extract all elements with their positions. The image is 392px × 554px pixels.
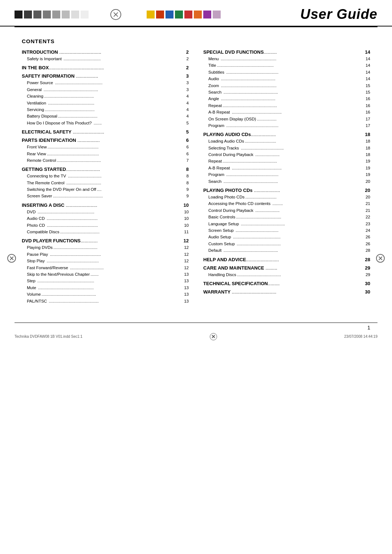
toc-entry-volume: Volume..................................… (22, 291, 189, 297)
main-content: CONTENTS INTRODUCTION ..................… (0, 31, 392, 312)
entry-page: 24 (359, 227, 370, 234)
toc-entry-remote: Remote Control..........................… (22, 157, 189, 164)
toc-entry-control-playback2: Control During Playback ................… (203, 207, 370, 214)
toc-entry-fastforward: Fast Forward/Reverse ...................… (22, 264, 189, 271)
entry-page: 12 (178, 244, 189, 251)
toc-entry-ab-repeat: A-B Repeat .............................… (203, 109, 370, 115)
entry-label: Accessing the Photo CD contents ........… (208, 200, 359, 207)
toc-entry-screensaver: Screen Saver............................… (22, 193, 189, 199)
toc-entry-step: Step ...................................… (22, 278, 189, 284)
toc-section-care: CARE AND MAINTENANCE ......... 29 (203, 265, 370, 271)
page-title: User Guide (300, 7, 377, 22)
section-title-introduction: INTRODUCTION ...........................… (22, 49, 101, 55)
entry-page: 3 (178, 86, 189, 93)
section-page-warranty: 30 (365, 289, 370, 295)
entry-page: 13 (178, 298, 189, 304)
entry-label: Audio ..................................… (208, 75, 359, 82)
title-underline (15, 26, 377, 27)
entry-label: Mute ...................................… (27, 284, 178, 291)
section-title-electrical: ELECTRICAL SAFETY ......................… (22, 129, 104, 135)
entry-page: 14 (359, 62, 370, 69)
toc-entry-loading-photo: Loading Photo CDs.......................… (203, 194, 370, 200)
toc-section-tech: TECHNICAL SPECIFICATION......... 30 (203, 281, 370, 286)
section-title-help: HELP AND ADVICE......................... (203, 257, 279, 262)
toc-section-warranty: WARRANTY ...............................… (203, 289, 370, 295)
color-block-5 (52, 11, 60, 19)
header-title-area: User Guide (221, 7, 377, 22)
section-page-help: 28 (365, 257, 370, 262)
toc-entry-cleaning: Cleaning................................… (22, 93, 189, 99)
entry-page: 14 (359, 69, 370, 75)
entry-label: Volume..................................… (27, 291, 178, 297)
toc-section-parts: PARTS IDENTIFICATION ................. 6 (22, 138, 189, 143)
toc-section-introduction: INTRODUCTION ...........................… (22, 49, 189, 55)
color-block-7 (71, 11, 79, 19)
toc-entry-screen-setup: Screen Setup ...........................… (203, 227, 370, 234)
entry-page: 5 (178, 120, 189, 126)
entry-label: Menu ...................................… (208, 56, 359, 62)
section-page-inthebox: 2 (186, 65, 189, 70)
toc-entry-selecting-tracks: Selecting Tracks .......................… (203, 145, 370, 151)
toc-entry-dispose: How Do I Dispose of This Product? ......… (22, 120, 189, 126)
entry-label: Loading Photo CDs.......................… (208, 194, 359, 200)
entry-label: A-B Repeat .............................… (208, 165, 359, 171)
toc-entry-ab-repeat2: A-B Repeat .............................… (203, 165, 370, 171)
toc-entry-ventilation: Ventilation ............................… (22, 100, 189, 106)
contents-heading: CONTENTS (22, 38, 370, 44)
toc-entry-control-playback: Control During Playback ................… (203, 151, 370, 158)
entry-page: 3 (178, 79, 189, 86)
color-block-r6 (194, 11, 202, 19)
section-title-parts: PARTS IDENTIFICATION ................. (22, 138, 100, 143)
entry-page: 16 (359, 95, 370, 102)
entry-label: A-B Repeat .............................… (208, 109, 359, 115)
entry-label: How Do I Dispose of This Product? ......… (27, 120, 178, 126)
toc-section-inserting: INSERTING A DISC .......................… (22, 202, 189, 208)
footer: Technika DVDFAW08 1B V01.indd Sec1:1 23/… (0, 331, 392, 344)
entry-label: Connecting to the TV ...................… (27, 173, 178, 179)
entry-label: Control During Playback ................… (208, 151, 359, 158)
toc-entry-language-setup: Language Setup .........................… (203, 221, 370, 227)
section-page-electrical: 5 (186, 129, 189, 135)
entry-label: Servicing...............................… (27, 106, 178, 113)
header-screw-left (110, 9, 121, 20)
toc-entry-stop-play: Stop Play ..............................… (22, 258, 189, 264)
section-page-introduction: 2 (186, 49, 189, 55)
entry-page: 8 (178, 173, 189, 179)
page-number-area: 1 (0, 323, 392, 331)
color-block-r8 (213, 11, 221, 19)
toc-section-safety: SAFETY INFORMATION ................. 3 (22, 73, 189, 79)
toc-entry-program: Program ................................… (203, 122, 370, 129)
toc-section-dvd-functions: DVD PLAYER FUNCTIONS............. 12 (22, 238, 189, 243)
entry-page: 15 (359, 82, 370, 89)
toc-entry-power: Power Source ...........................… (22, 79, 189, 86)
toc-entry-servicing: Servicing...............................… (22, 106, 189, 113)
toc-entry-subtitles: Subtitles ..............................… (203, 69, 370, 75)
section-page-photocds: 20 (365, 188, 370, 193)
entry-label: Default ................................… (208, 247, 359, 254)
entry-label: Program ................................… (208, 171, 359, 178)
entry-label: On Screen Display (OSD)................. (208, 116, 359, 122)
section-title-tech: TECHNICAL SPECIFICATION......... (203, 281, 279, 286)
entry-label: Photo CD ...............................… (27, 222, 178, 229)
entry-label: Switching the DVD Player On and Off.... (27, 186, 178, 193)
entry-page: 23 (359, 221, 370, 227)
toc-entry-custom-setup: Custom Setup ...........................… (203, 241, 370, 247)
section-page-inserting: 10 (184, 202, 189, 208)
entry-page: 6 (178, 144, 189, 150)
entry-page: 2 (178, 56, 189, 62)
entry-page: 29 (359, 271, 370, 278)
toc-entry-title: Title...................................… (203, 62, 370, 69)
header-left-colors (15, 11, 89, 19)
entry-page: 16 (359, 109, 370, 115)
toc-entry-audio-setup: Audio Setup ............................… (203, 234, 370, 240)
color-block-r3 (166, 11, 173, 19)
entry-page: 13 (178, 291, 189, 297)
entry-page: 12 (178, 258, 189, 264)
section-title-special: SPECIAL DVD FUNCTIONS.......... (203, 49, 277, 55)
entry-label: Battery Disposal........................… (27, 113, 178, 119)
entry-page: 28 (359, 247, 370, 254)
entry-page: 18 (359, 138, 370, 144)
toc-entry-osd: On Screen Display (OSD).................… (203, 116, 370, 122)
entry-label: Fast Forward/Reverse ...................… (27, 264, 178, 271)
color-block-8 (81, 11, 89, 19)
